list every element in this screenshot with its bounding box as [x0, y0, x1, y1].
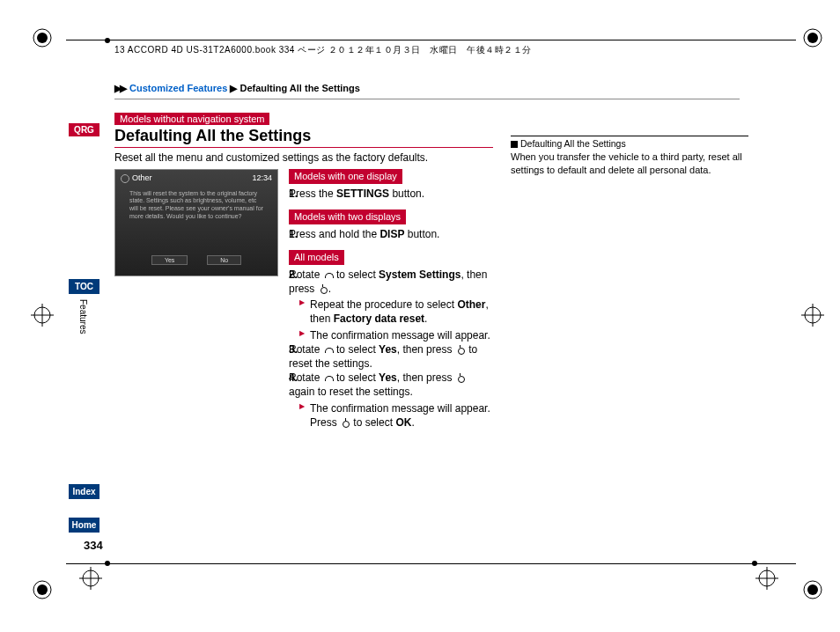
section-all-models: All models 2. Rotate to select System Se…	[289, 250, 493, 430]
dialog-no-button: No	[207, 255, 241, 265]
svg-point-7	[807, 584, 818, 595]
crop-mark-icon	[755, 567, 778, 590]
crop-mark-icon	[31, 304, 54, 327]
model-tag: Models with one display	[289, 169, 402, 184]
intro-text: Reset all the menu and customized settin…	[114, 151, 493, 164]
dialog-yes-button: Yes	[151, 255, 188, 265]
page-title: Defaulting All the Settings	[114, 127, 493, 148]
svg-point-5	[37, 584, 48, 595]
crop-mark-icon	[801, 26, 824, 49]
nav-toc[interactable]: TOC	[69, 279, 99, 294]
model-tag: Models with two displays	[289, 209, 406, 224]
gear-icon	[121, 174, 129, 183]
crop-mark-icon	[31, 26, 54, 49]
nav-home[interactable]: Home	[69, 518, 99, 533]
display-screenshot: Other 12:34 This will reset the system t…	[114, 169, 278, 276]
crop-mark-icon	[801, 304, 824, 327]
svg-point-1	[37, 33, 48, 43]
header-rule: 13 ACCORD 4D US-31T2A6000.book 334 ページ ２…	[66, 40, 796, 40]
breadcrumb-current: Defaulting All the Settings	[239, 83, 360, 93]
section-tab: Features	[78, 299, 88, 334]
nav-index[interactable]: Index	[69, 484, 99, 499]
nav-qrg[interactable]: QRG	[69, 123, 99, 136]
svg-point-3	[807, 33, 818, 43]
press-knob-icon	[455, 346, 466, 355]
breadcrumb: ▶▶ Customized Features ▶ Defaulting All …	[114, 83, 740, 99]
sidebar-heading: Defaulting All the Settings	[511, 136, 748, 149]
crop-mark-icon	[31, 578, 54, 601]
press-knob-icon	[455, 374, 466, 383]
dialog-message: This will reset the system to the origin…	[115, 187, 277, 221]
rotate-knob-icon	[323, 271, 334, 280]
model-tag-main: Models without navigation system	[114, 113, 269, 125]
press-knob-icon	[340, 419, 350, 428]
footer-rule	[66, 563, 796, 564]
page-number: 334	[84, 539, 103, 552]
press-knob-icon	[318, 285, 328, 294]
info-sidebar: Defaulting All the Settings When you tra…	[511, 113, 748, 177]
model-tag: All models	[289, 250, 344, 265]
print-header-text: 13 ACCORD 4D US-31T2A6000.book 334 ページ ２…	[114, 44, 532, 56]
rotate-knob-icon	[323, 346, 334, 355]
clock-text: 12:34	[252, 173, 272, 183]
section-two-displays: Models with two displays 1. Press and ho…	[289, 209, 493, 241]
crop-mark-icon	[79, 567, 102, 590]
sidebar-body: When you transfer the vehicle to a third…	[511, 151, 748, 177]
rotate-knob-icon	[323, 374, 334, 383]
crop-mark-icon	[801, 578, 824, 601]
breadcrumb-link-1[interactable]: Customized Features	[129, 83, 227, 93]
section-one-display: Models with one display 1. Press the SET…	[289, 169, 493, 201]
info-icon	[511, 141, 518, 148]
